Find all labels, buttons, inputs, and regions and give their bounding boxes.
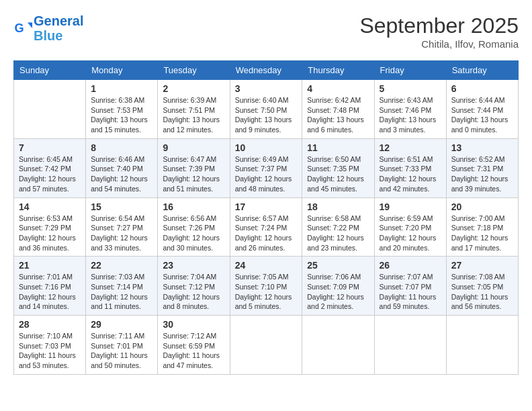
day-number: 17 bbox=[235, 201, 298, 212]
day-info: Sunrise: 6:43 AMSunset: 7:46 PMDaylight:… bbox=[380, 95, 441, 135]
day-number: 15 bbox=[91, 201, 152, 212]
calendar-cell: 29Sunrise: 7:11 AMSunset: 7:01 PMDayligh… bbox=[86, 316, 158, 375]
calendar-cell: 14Sunrise: 6:53 AMSunset: 7:29 PMDayligh… bbox=[14, 197, 86, 257]
day-number: 28 bbox=[19, 319, 81, 330]
day-info: Sunrise: 7:04 AMSunset: 7:12 PMDaylight:… bbox=[163, 272, 224, 312]
day-info: Sunrise: 6:52 AMSunset: 7:31 PMDaylight:… bbox=[451, 154, 513, 194]
col-header-friday: Friday bbox=[374, 61, 446, 80]
day-info: Sunrise: 7:07 AMSunset: 7:07 PMDaylight:… bbox=[380, 272, 441, 312]
location-subtitle: Chitila, Ilfov, Romania bbox=[359, 38, 519, 50]
day-info: Sunrise: 7:03 AMSunset: 7:14 PMDaylight:… bbox=[91, 272, 152, 312]
day-number: 21 bbox=[19, 260, 81, 271]
calendar-cell bbox=[230, 316, 302, 375]
page-header: G General Blue September 2025 Chitila, I… bbox=[13, 13, 519, 50]
day-info: Sunrise: 7:00 AMSunset: 7:18 PMDaylight:… bbox=[451, 214, 513, 253]
day-info: Sunrise: 6:50 AMSunset: 7:35 PMDaylight:… bbox=[307, 154, 369, 194]
day-info: Sunrise: 6:58 AMSunset: 7:22 PMDaylight:… bbox=[307, 214, 369, 253]
day-info: Sunrise: 7:10 AMSunset: 7:03 PMDaylight:… bbox=[19, 331, 81, 371]
day-info: Sunrise: 6:56 AMSunset: 7:26 PMDaylight:… bbox=[163, 214, 224, 253]
calendar-cell: 8Sunrise: 6:46 AMSunset: 7:40 PMDaylight… bbox=[86, 138, 158, 197]
day-number: 9 bbox=[163, 142, 224, 153]
day-number: 11 bbox=[307, 142, 369, 153]
day-info: Sunrise: 7:01 AMSunset: 7:16 PMDaylight:… bbox=[19, 272, 81, 312]
day-number: 30 bbox=[163, 319, 224, 330]
calendar-cell bbox=[14, 80, 86, 139]
calendar-header-row: SundayMondayTuesdayWednesdayThursdayFrid… bbox=[14, 61, 519, 80]
day-info: Sunrise: 7:06 AMSunset: 7:09 PMDaylight:… bbox=[307, 272, 369, 312]
calendar-body: 1Sunrise: 6:38 AMSunset: 7:53 PMDaylight… bbox=[14, 80, 519, 375]
calendar-cell: 5Sunrise: 6:43 AMSunset: 7:46 PMDaylight… bbox=[374, 80, 446, 139]
day-info: Sunrise: 6:46 AMSunset: 7:40 PMDaylight:… bbox=[91, 154, 152, 194]
day-info: Sunrise: 6:39 AMSunset: 7:51 PMDaylight:… bbox=[163, 95, 224, 135]
day-info: Sunrise: 7:05 AMSunset: 7:10 PMDaylight:… bbox=[235, 272, 298, 312]
day-number: 25 bbox=[307, 260, 369, 271]
calendar-cell: 16Sunrise: 6:56 AMSunset: 7:26 PMDayligh… bbox=[158, 197, 230, 257]
day-number: 16 bbox=[163, 201, 224, 212]
day-info: Sunrise: 6:47 AMSunset: 7:39 PMDaylight:… bbox=[163, 154, 224, 194]
title-block: September 2025 Chitila, Ilfov, Romania bbox=[359, 13, 519, 50]
col-header-wednesday: Wednesday bbox=[230, 61, 302, 80]
calendar-cell: 22Sunrise: 7:03 AMSunset: 7:14 PMDayligh… bbox=[86, 257, 158, 316]
col-header-sunday: Sunday bbox=[14, 61, 86, 80]
calendar-cell: 11Sunrise: 6:50 AMSunset: 7:35 PMDayligh… bbox=[302, 138, 374, 197]
day-info: Sunrise: 6:53 AMSunset: 7:29 PMDaylight:… bbox=[19, 214, 81, 253]
day-info: Sunrise: 6:38 AMSunset: 7:53 PMDaylight:… bbox=[91, 95, 152, 135]
calendar-week-4: 21Sunrise: 7:01 AMSunset: 7:16 PMDayligh… bbox=[14, 257, 519, 316]
calendar-cell: 12Sunrise: 6:51 AMSunset: 7:33 PMDayligh… bbox=[374, 138, 446, 197]
day-number: 5 bbox=[380, 83, 441, 94]
day-number: 20 bbox=[451, 201, 513, 212]
day-number: 1 bbox=[91, 83, 152, 94]
day-number: 26 bbox=[380, 260, 441, 271]
day-number: 19 bbox=[380, 201, 441, 212]
day-info: Sunrise: 7:11 AMSunset: 7:01 PMDaylight:… bbox=[91, 331, 152, 371]
calendar-cell: 17Sunrise: 6:57 AMSunset: 7:24 PMDayligh… bbox=[230, 197, 302, 257]
calendar-week-3: 14Sunrise: 6:53 AMSunset: 7:29 PMDayligh… bbox=[14, 197, 519, 257]
day-number: 27 bbox=[451, 260, 513, 271]
calendar-week-2: 7Sunrise: 6:45 AMSunset: 7:42 PMDaylight… bbox=[14, 138, 519, 197]
col-header-tuesday: Tuesday bbox=[158, 61, 230, 80]
day-info: Sunrise: 6:44 AMSunset: 7:44 PMDaylight:… bbox=[451, 95, 513, 135]
calendar-cell: 18Sunrise: 6:58 AMSunset: 7:22 PMDayligh… bbox=[302, 197, 374, 257]
col-header-thursday: Thursday bbox=[302, 61, 374, 80]
day-number: 24 bbox=[235, 260, 298, 271]
day-number: 3 bbox=[235, 83, 298, 94]
calendar-cell: 30Sunrise: 7:12 AMSunset: 6:59 PMDayligh… bbox=[158, 316, 230, 375]
calendar-cell bbox=[302, 316, 374, 375]
day-number: 13 bbox=[451, 142, 513, 153]
day-number: 22 bbox=[91, 260, 152, 271]
calendar-cell: 2Sunrise: 6:39 AMSunset: 7:51 PMDaylight… bbox=[158, 80, 230, 139]
logo-line2: Blue bbox=[34, 28, 83, 43]
calendar-cell bbox=[374, 316, 446, 375]
day-number: 10 bbox=[235, 142, 298, 153]
day-info: Sunrise: 6:59 AMSunset: 7:20 PMDaylight:… bbox=[380, 214, 441, 253]
day-number: 6 bbox=[451, 83, 513, 94]
calendar-cell: 20Sunrise: 7:00 AMSunset: 7:18 PMDayligh… bbox=[446, 197, 518, 257]
day-number: 23 bbox=[163, 260, 224, 271]
logo-line1: General bbox=[34, 13, 83, 28]
col-header-saturday: Saturday bbox=[446, 61, 518, 80]
calendar-cell: 1Sunrise: 6:38 AMSunset: 7:53 PMDaylight… bbox=[86, 80, 158, 139]
calendar-cell: 28Sunrise: 7:10 AMSunset: 7:03 PMDayligh… bbox=[14, 316, 86, 375]
calendar-cell: 24Sunrise: 7:05 AMSunset: 7:10 PMDayligh… bbox=[230, 257, 302, 316]
svg-marker-1 bbox=[28, 23, 32, 28]
calendar-cell: 27Sunrise: 7:08 AMSunset: 7:05 PMDayligh… bbox=[446, 257, 518, 316]
calendar-cell: 9Sunrise: 6:47 AMSunset: 7:39 PMDaylight… bbox=[158, 138, 230, 197]
calendar-cell: 15Sunrise: 6:54 AMSunset: 7:27 PMDayligh… bbox=[86, 197, 158, 257]
day-info: Sunrise: 6:57 AMSunset: 7:24 PMDaylight:… bbox=[235, 214, 298, 253]
day-info: Sunrise: 6:40 AMSunset: 7:50 PMDaylight:… bbox=[235, 95, 298, 135]
logo: G General Blue bbox=[13, 13, 83, 43]
day-info: Sunrise: 6:45 AMSunset: 7:42 PMDaylight:… bbox=[19, 154, 81, 194]
day-number: 4 bbox=[307, 83, 369, 94]
calendar-cell: 6Sunrise: 6:44 AMSunset: 7:44 PMDaylight… bbox=[446, 80, 518, 139]
calendar-week-5: 28Sunrise: 7:10 AMSunset: 7:03 PMDayligh… bbox=[14, 316, 519, 375]
calendar-cell: 21Sunrise: 7:01 AMSunset: 7:16 PMDayligh… bbox=[14, 257, 86, 316]
month-title: September 2025 bbox=[359, 13, 519, 38]
calendar-cell: 13Sunrise: 6:52 AMSunset: 7:31 PMDayligh… bbox=[446, 138, 518, 197]
day-info: Sunrise: 6:49 AMSunset: 7:37 PMDaylight:… bbox=[235, 154, 298, 194]
day-number: 29 bbox=[91, 319, 152, 330]
day-number: 7 bbox=[19, 142, 81, 153]
calendar-cell: 23Sunrise: 7:04 AMSunset: 7:12 PMDayligh… bbox=[158, 257, 230, 316]
calendar-table: SundayMondayTuesdayWednesdayThursdayFrid… bbox=[13, 60, 519, 375]
day-number: 18 bbox=[307, 201, 369, 212]
calendar-cell: 4Sunrise: 6:42 AMSunset: 7:48 PMDaylight… bbox=[302, 80, 374, 139]
